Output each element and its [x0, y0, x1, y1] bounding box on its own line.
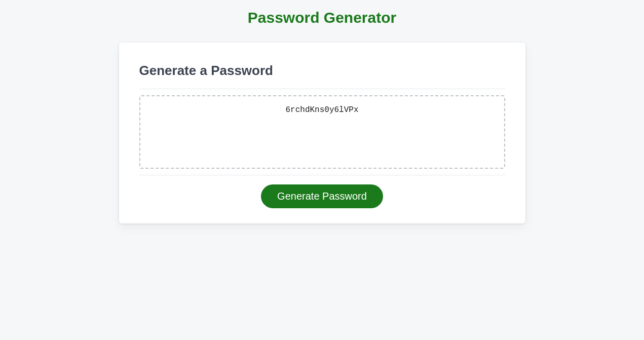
generate-button[interactable]: Generate Password	[261, 184, 383, 208]
divider-top	[139, 89, 505, 89]
divider-bottom	[139, 175, 505, 175]
page-title: Password Generator	[248, 9, 396, 26]
password-output[interactable]: 6rchdKns0y6lVPx	[139, 95, 505, 169]
button-row: Generate Password	[139, 184, 505, 208]
card-header: Generate a Password	[139, 63, 505, 79]
app-container: Password Generator Generate a Password 6…	[0, 0, 644, 223]
generator-card: Generate a Password 6rchdKns0y6lVPx Gene…	[119, 43, 525, 223]
